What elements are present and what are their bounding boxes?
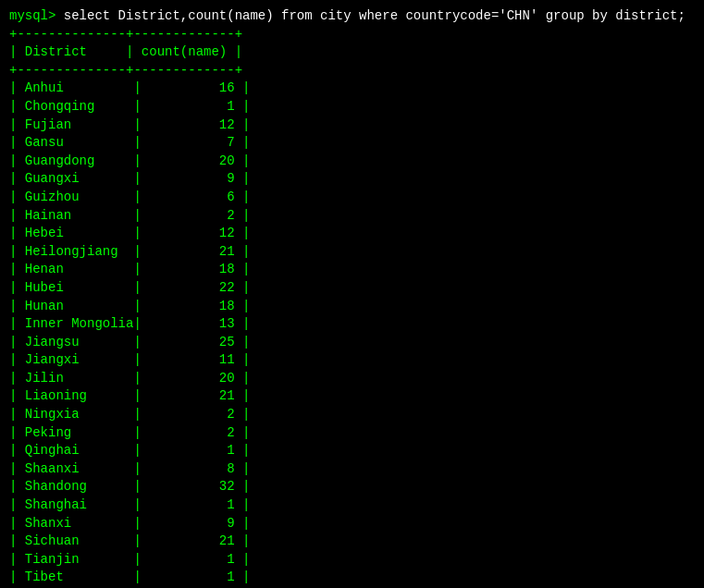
table-row: | Tibet | 1 | [9,569,695,587]
command-line: mysql> select District,count(name) from … [9,7,695,26]
prompt: mysql> [9,8,64,23]
table-body: | Anhui | 16 || Chongqing | 1 || Fujian … [9,80,695,588]
table-row: | Jiangsu | 25 | [9,334,695,352]
table-row: | Sichuan | 21 | [9,533,695,551]
table-row: | Hunan | 18 | [9,298,695,316]
terminal-window: mysql> select District,count(name) from … [9,7,695,588]
table-row: | Shaanxi | 8 | [9,460,695,479]
separator-top: +--------------+-------------+ [9,26,695,44]
table-row: | Inner Mongolia| 13 | [9,315,695,334]
table-row: | Qinghai | 1 | [9,442,695,460]
table-row: | Liaoning | 21 | [9,387,695,406]
table-row: | Jiangxi | 11 | [9,351,695,370]
table-row: | Chongqing | 1 | [9,98,695,116]
table-row: | Hebei | 12 | [9,225,695,243]
table-row: | Jilin | 20 | [9,370,695,388]
table-row: | Hubei | 22 | [9,279,695,298]
table-row: | Guangdong | 20 | [9,153,695,171]
table-row: | Shandong | 32 | [9,478,695,496]
table-row: | Fujian | 12 | [9,116,695,135]
table-row: | Henan | 18 | [9,261,695,279]
table-row: | Heilongjiang | 21 | [9,243,695,262]
table-row: | Hainan | 2 | [9,207,695,226]
table-row: | Anhui | 16 | [9,80,695,98]
table-row: | Shanxi | 9 | [9,515,695,533]
table-row: | Tianjin | 1 | [9,551,695,570]
table-row: | Peking | 2 | [9,424,695,443]
separator-header: +--------------+-------------+ [9,62,695,80]
table-row: | Shanghai | 1 | [9,496,695,515]
command: select District,count(name) from city wh… [64,8,685,23]
table-row: | Gansu | 7 | [9,134,695,153]
table-row: | Guizhou | 6 | [9,189,695,207]
table-row: | Ningxia | 2 | [9,406,695,424]
table-row: | Guangxi | 9 | [9,170,695,189]
table-header: | District | count(name) | [9,43,695,62]
